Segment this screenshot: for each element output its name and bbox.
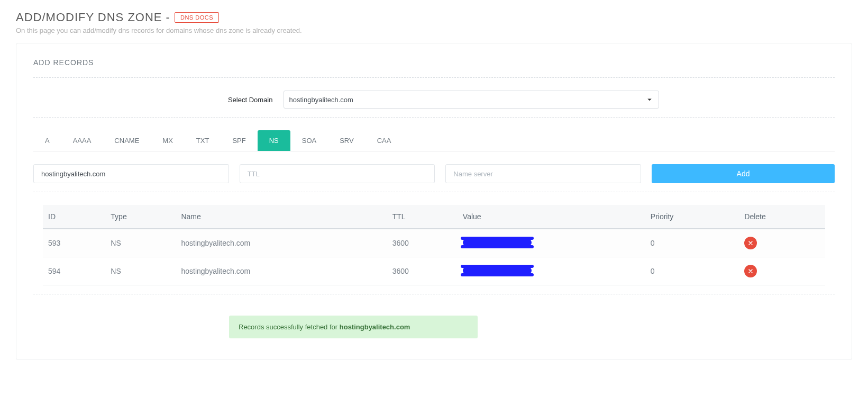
- cell-id: 593: [43, 229, 105, 257]
- tab-soa[interactable]: SOA: [290, 130, 328, 151]
- tab-txt[interactable]: TXT: [185, 130, 221, 151]
- tab-mx[interactable]: MX: [151, 130, 185, 151]
- tab-caa[interactable]: CAA: [366, 130, 403, 151]
- domain-select[interactable]: hostingbyalitech.com: [284, 91, 659, 109]
- tab-ns[interactable]: NS: [258, 130, 290, 151]
- add-records-card: ADD RECORDS Select Domain hostingbyalite…: [16, 43, 852, 360]
- delete-button[interactable]: [744, 265, 757, 277]
- th-name: Name: [176, 205, 387, 229]
- tab-cname[interactable]: CNAME: [103, 130, 151, 151]
- records-table-wrap: ID Type Name TTL Value Priority Delete 5…: [33, 205, 835, 285]
- tab-spf[interactable]: SPF: [221, 130, 257, 151]
- add-button[interactable]: Add: [652, 164, 835, 183]
- dns-docs-link[interactable]: DNS DOCS: [175, 12, 219, 23]
- cell-value: [458, 257, 645, 285]
- th-priority: Priority: [645, 205, 739, 229]
- close-icon: [747, 240, 754, 246]
- cell-priority: 0: [645, 257, 739, 285]
- th-type: Type: [105, 205, 176, 229]
- alert-domain: hostingbyalitech.com: [340, 323, 410, 331]
- table-row: 594NShostingbyalitech.com36000: [43, 257, 825, 285]
- section-title: ADD RECORDS: [33, 58, 835, 67]
- cell-ttl: 3600: [387, 257, 458, 285]
- page-subtitle: On this page you can add/modify dns reco…: [16, 26, 852, 34]
- th-id: ID: [43, 205, 105, 229]
- record-input-row: Add: [33, 164, 835, 183]
- domain-row: Select Domain hostingbyalitech.com: [33, 91, 835, 109]
- cell-type: NS: [105, 257, 176, 285]
- cell-name: hostingbyalitech.com: [176, 229, 387, 257]
- cell-type: NS: [105, 229, 176, 257]
- redacted-value: [463, 267, 532, 274]
- tab-aaaa[interactable]: AAAA: [61, 130, 103, 151]
- divider: [33, 117, 835, 118]
- cell-name: hostingbyalitech.com: [176, 257, 387, 285]
- cell-priority: 0: [645, 229, 739, 257]
- divider: [33, 77, 835, 78]
- th-ttl: TTL: [387, 205, 458, 229]
- nameserver-input[interactable]: [445, 164, 641, 183]
- success-alert: Records successfully fetched for hosting…: [229, 316, 478, 338]
- records-table: ID Type Name TTL Value Priority Delete 5…: [43, 205, 825, 285]
- cell-id: 594: [43, 257, 105, 285]
- record-type-tabs: AAAAACNAMEMXTXTSPFNSSOASRVCAA: [33, 130, 835, 151]
- close-icon: [747, 268, 754, 274]
- tab-a[interactable]: A: [33, 130, 61, 151]
- page-header: ADD/MODIFY DNS ZONE - DNS DOCS On this p…: [16, 11, 852, 34]
- page-title: ADD/MODIFY DNS ZONE - DNS DOCS: [16, 11, 219, 24]
- alert-prefix: Records successfully fetched for: [239, 323, 340, 331]
- ttl-input[interactable]: [240, 164, 435, 183]
- divider: [33, 294, 835, 294]
- cell-value: [458, 229, 645, 257]
- domain-label: Select Domain: [209, 96, 284, 104]
- cell-ttl: 3600: [387, 229, 458, 257]
- host-input[interactable]: [33, 164, 229, 183]
- tab-srv[interactable]: SRV: [328, 130, 366, 151]
- th-delete: Delete: [739, 205, 825, 229]
- redacted-value: [463, 239, 532, 246]
- cell-delete: [739, 257, 825, 285]
- delete-button[interactable]: [744, 237, 757, 249]
- page-title-text: ADD/MODIFY DNS ZONE -: [16, 11, 170, 24]
- cell-delete: [739, 229, 825, 257]
- divider: [33, 192, 835, 192]
- table-row: 593NShostingbyalitech.com36000: [43, 229, 825, 257]
- th-value: Value: [458, 205, 645, 229]
